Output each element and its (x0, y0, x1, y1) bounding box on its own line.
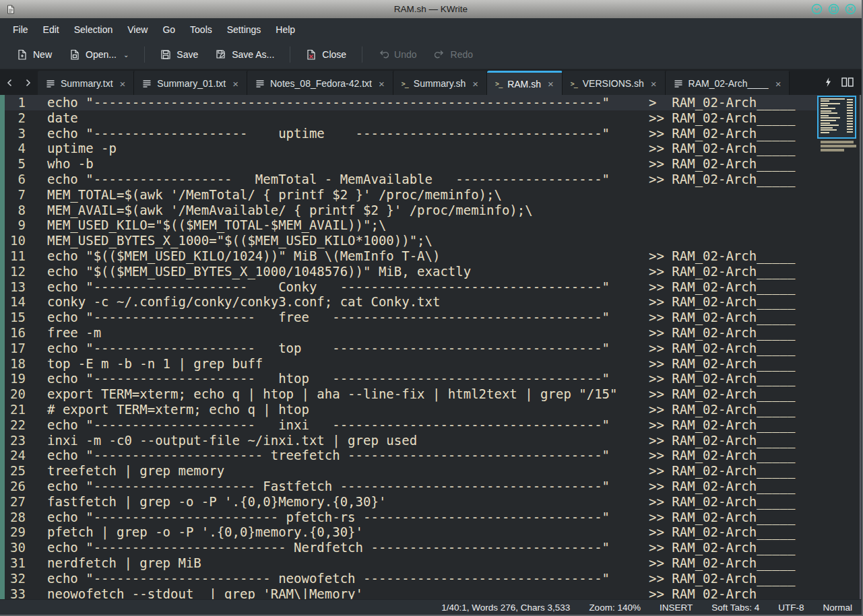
code-line-4[interactable]: 4uptime -p>> RAM_02-Arch_____ (5, 141, 819, 156)
code-text: echo "--------------------- top --------… (47, 341, 610, 356)
tab-close-icon[interactable]: × (119, 78, 127, 90)
line-number: 23 (5, 433, 26, 448)
tab-summary-sh[interactable]: >_Summary.sh× (393, 71, 487, 95)
new-button[interactable]: New (9, 45, 59, 64)
redirect-target: >> RAM_02-Arch_____ (649, 325, 795, 341)
code-line-16[interactable]: 16free -m>> RAM_02-Arch_____ (5, 325, 819, 341)
redirect-target: >> RAM_02-Arch_____ (649, 310, 795, 325)
code-line-15[interactable]: 15echo "--------------------- free -----… (5, 310, 819, 325)
code-line-25[interactable]: 25treefetch | grep memory>> RAM_02-Arch_… (5, 463, 819, 479)
status-session-mode[interactable]: Normal (823, 603, 852, 613)
code-line-11[interactable]: 11echo "$(($MEM_USED_KILO/1024))" MiB \(… (5, 248, 819, 264)
status-cursor-position[interactable]: 1/40:1, Words 276, Chars 3,533 (441, 603, 570, 613)
code-line-2[interactable]: 2date>> RAM_02-Arch_____ (5, 110, 819, 126)
maximize-button[interactable] (828, 3, 839, 15)
code-text: MEM_AVAIL=$(awk '/MemAvailable/ { printf… (47, 203, 533, 218)
minimap-line (821, 123, 830, 124)
code-line-29[interactable]: 29pfetch | grep -o -P '.{0,0}memory.{0,3… (5, 524, 819, 540)
editor[interactable]: 1echo "---------------------------------… (0, 95, 862, 599)
line-number: 5 (5, 156, 26, 172)
redirect-target: >> RAM_02-Arch_____ (649, 402, 795, 417)
tab-ram-02-arch-[interactable]: RAM_02-Arch____× (666, 71, 790, 95)
minimize-button[interactable] (811, 3, 823, 15)
redirect-target: >> RAM_02-Arch_____ (649, 110, 795, 126)
tab-summary-txt[interactable]: Summary.txt× (38, 71, 134, 95)
tab-versions-sh[interactable]: >_VERSIONS.sh× (563, 71, 666, 95)
tab-close-icon[interactable]: × (377, 78, 386, 90)
code-text: treefetch | grep memory (47, 463, 224, 479)
tab-close-icon[interactable]: × (774, 78, 783, 90)
scrollbar[interactable] (860, 95, 861, 599)
code-line-33[interactable]: 33neowofetch --stdout | grep 'RAM\|Memor… (5, 586, 819, 600)
menu-view[interactable]: View (120, 21, 155, 38)
quick-actions-icon[interactable] (824, 77, 832, 88)
tab-close-icon[interactable]: × (649, 78, 658, 90)
minimap[interactable] (817, 95, 856, 599)
code-line-8[interactable]: 8MEM_AVAIL=$(awk '/MemAvailable/ { print… (5, 203, 819, 218)
code-line-1[interactable]: 1echo "---------------------------------… (5, 95, 819, 110)
menu-tools[interactable]: Tools (183, 21, 220, 38)
code-line-17[interactable]: 17echo "--------------------- top ------… (5, 341, 819, 356)
tabs-scroll-right-icon[interactable] (19, 71, 38, 95)
tab-notes-08-fedora-42-txt[interactable]: Notes_08_Fedora-42.txt× (247, 71, 393, 95)
status-tab-width[interactable]: Soft Tabs: 4 (711, 603, 759, 613)
close-button[interactable]: Close (298, 45, 354, 64)
text-file-icon (674, 79, 683, 88)
code-line-19[interactable]: 19echo "--------------------- htop -----… (5, 371, 819, 386)
minimap-viewport[interactable] (817, 96, 856, 139)
status-input-mode[interactable]: INSERT (660, 603, 693, 613)
code-line-12[interactable]: 12echo "$(($MEM_USED_BYTES_X_1000/104857… (5, 264, 819, 279)
code-line-26[interactable]: 26echo "--------------------- Fastfetch … (5, 479, 819, 494)
tab-summary-01-txt[interactable]: Summary_01.txt× (134, 71, 247, 95)
code-line-5[interactable]: 5who -b>> RAM_02-Arch_____ (5, 156, 819, 172)
code-line-28[interactable]: 28echo "------------------------ pfetch-… (5, 510, 819, 525)
minimap-line (821, 141, 854, 143)
code-line-18[interactable]: 18top -E m -b -n 1 | grep buff>> RAM_02-… (5, 356, 819, 372)
line-number: 17 (5, 341, 26, 356)
code-line-13[interactable]: 13echo "-------------------- Conky -----… (5, 279, 819, 295)
tab-close-icon[interactable]: × (471, 78, 480, 90)
tab-close-icon[interactable]: × (231, 78, 240, 90)
menu-file[interactable]: File (5, 21, 36, 38)
code-line-6[interactable]: 6echo "------------------ MemTotal - Mem… (5, 172, 819, 187)
code-line-32[interactable]: 32echo "----------------------- neowofet… (5, 571, 819, 586)
open-button[interactable]: Open...⌄ (62, 45, 136, 64)
code-line-31[interactable]: 31nerdfetch | grep MiB>> RAM_02-Arch____… (5, 555, 819, 571)
menu-edit[interactable]: Edit (36, 21, 67, 38)
code-line-9[interactable]: 9MEM_USED_KILO="$(($MEM_TOTAL-$MEM_AVAIL… (5, 217, 819, 233)
code-text: echo "----------------------- neowofetch… (47, 571, 610, 586)
menu-selection[interactable]: Selection (67, 21, 121, 38)
saveas-button[interactable]: Save As... (208, 45, 282, 64)
tab-ram-sh[interactable]: >_RAM.sh× (487, 71, 563, 95)
code-line-20[interactable]: 20export TERM=xterm; echo q | htop | aha… (5, 386, 819, 402)
tab-close-icon[interactable]: × (546, 78, 555, 90)
status-encoding[interactable]: UTF-8 (778, 603, 804, 613)
code-line-30[interactable]: 30echo "------------------------- Nerdfe… (5, 540, 819, 555)
code-line-3[interactable]: 3echo "-------------------- uptime -----… (5, 126, 819, 141)
code-line-23[interactable]: 23inxi -m -c0 --output-file ~/inxi.txt |… (5, 433, 819, 448)
menu-settings[interactable]: Settings (220, 21, 269, 38)
line-number: 15 (5, 310, 26, 325)
code-line-21[interactable]: 21# export TERM=xterm; echo q | htop>> R… (5, 402, 819, 417)
toolbar-separator (290, 46, 290, 63)
minimap-line (821, 149, 844, 151)
save-button[interactable]: Save (153, 45, 205, 64)
code-line-22[interactable]: 22echo "--------------------- inxi -----… (5, 417, 819, 433)
split-view-icon[interactable] (841, 77, 854, 87)
titlebar[interactable]: RAM.sh — KWrite (0, 0, 862, 18)
menu-help[interactable]: Help (268, 21, 302, 38)
code-line-27[interactable]: 27fastfetch | grep -o -P '.{0,0}Memory.{… (5, 494, 819, 510)
code-line-24[interactable]: 24echo "---------------------- treefetch… (5, 448, 819, 463)
open-dropdown-icon[interactable]: ⌄ (123, 51, 129, 59)
status-zoom-level[interactable]: Zoom: 140% (589, 603, 641, 613)
code-text: echo "---------------------- treefetch -… (47, 448, 610, 463)
code-line-7[interactable]: 7MEM_TOTAL=$(awk '/MemTotal/ { printf $2… (5, 187, 819, 203)
code-text: pfetch | grep -o -P '.{0,0}memory.{0,30}… (47, 524, 363, 540)
close-button[interactable] (845, 3, 856, 15)
code-text: echo "------------------ MemTotal - MemA… (47, 172, 610, 187)
minimap-line (821, 129, 837, 131)
tabs-scroll-left-icon[interactable] (0, 71, 19, 95)
code-line-14[interactable]: 14conky -c ~/.config/conky/conky3.conf; … (5, 294, 819, 310)
menu-go[interactable]: Go (155, 21, 183, 38)
code-line-10[interactable]: 10MEM_USED_BYTES_X_1000="$(($MEM_USED_KI… (5, 233, 819, 248)
